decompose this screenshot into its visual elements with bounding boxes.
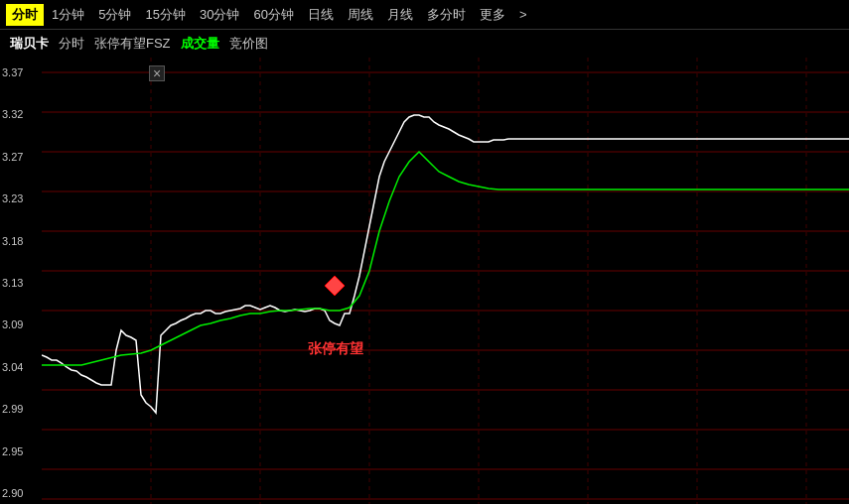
price-label-10: 2.90 <box>2 488 40 499</box>
chart-container: 3.37 3.32 3.27 3.23 3.18 3.13 3.09 3.04 … <box>0 58 849 504</box>
price-label-9: 2.95 <box>2 446 40 457</box>
nav-item-15min[interactable]: 15分钟 <box>139 4 191 26</box>
sub-jingjiatu[interactable]: 竞价图 <box>229 35 268 53</box>
nav-item-expand[interactable]: > <box>513 5 533 24</box>
nav-item-fenshi[interactable]: 分时 <box>6 4 44 26</box>
nav-item-more[interactable]: 更多 <box>474 4 511 26</box>
nav-item-1min[interactable]: 1分钟 <box>46 4 90 26</box>
price-axis: 3.37 3.32 3.27 3.23 3.18 3.13 3.09 3.04 … <box>0 58 40 504</box>
sub-fenshi[interactable]: 分时 <box>59 35 84 53</box>
brand-label: 瑞贝卡 <box>10 35 49 53</box>
topbar: 分时 1分钟 5分钟 15分钟 30分钟 60分钟 日线 周线 月线 多分时 更… <box>0 0 849 30</box>
annotation-label: 张停有望 <box>308 340 363 358</box>
nav-item-weekly[interactable]: 周线 <box>342 4 379 26</box>
nav-item-multifenshi[interactable]: 多分时 <box>421 4 472 26</box>
price-label-7: 3.04 <box>2 362 40 373</box>
nav-item-monthly[interactable]: 月线 <box>381 4 419 26</box>
nav-item-30min[interactable]: 30分钟 <box>194 4 245 26</box>
price-label-1: 3.32 <box>2 109 40 120</box>
close-button[interactable]: × <box>149 65 165 81</box>
price-label-0: 3.37 <box>2 67 40 78</box>
subheader: 瑞贝卡 分时 张停有望FSZ 成交量 竞价图 <box>0 30 849 58</box>
price-label-4: 3.18 <box>2 236 40 247</box>
chart-svg <box>42 58 849 504</box>
price-label-5: 3.13 <box>2 278 40 289</box>
sub-chengjiaoliang[interactable]: 成交量 <box>181 35 219 53</box>
nav-item-60min[interactable]: 60分钟 <box>247 4 299 26</box>
nav-item-daily[interactable]: 日线 <box>302 4 340 26</box>
price-label-6: 3.09 <box>2 319 40 330</box>
price-label-3: 3.23 <box>2 193 40 204</box>
price-label-2: 3.27 <box>2 152 40 163</box>
price-label-8: 2.99 <box>2 404 40 415</box>
nav-item-5min[interactable]: 5分钟 <box>92 4 137 26</box>
svg-marker-19 <box>325 276 345 296</box>
sub-zhangtingyouwang[interactable]: 张停有望FSZ <box>94 35 171 53</box>
